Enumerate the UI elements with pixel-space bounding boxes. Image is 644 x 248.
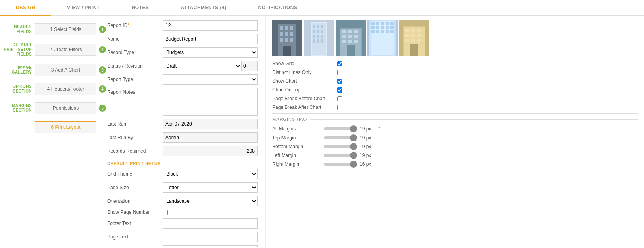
- record-type-row: Record Type Budgets: [107, 47, 258, 58]
- svg-rect-16: [317, 25, 319, 28]
- top-navigation: DESIGN VIEW / PRINT NOTES ATTACHMENTS (4…: [0, 0, 644, 16]
- records-returned-row: Records Returned: [107, 146, 258, 156]
- chart-on-top-row: Chart On Top: [272, 87, 638, 93]
- badge-4: 4: [99, 85, 106, 93]
- badge-2: 2: [99, 46, 106, 53]
- gallery-image-3: [336, 20, 366, 56]
- show-grid-row: Show Grid: [272, 61, 638, 66]
- sidebar-step-headers-footer[interactable]: 4 Headers/Footer: [35, 83, 96, 95]
- svg-rect-5: [280, 32, 283, 36]
- svg-rect-67: [405, 39, 409, 42]
- svg-rect-18: [313, 30, 315, 33]
- svg-rect-10: [290, 38, 293, 42]
- bottom-margin-slider[interactable]: [324, 145, 356, 148]
- sidebar-label-options-section: OPTIONS SECTION: [0, 84, 32, 94]
- records-returned-input: [163, 146, 258, 156]
- chart-on-top-checkbox[interactable]: [337, 87, 342, 93]
- report-id-label: Report ID: [107, 23, 163, 28]
- svg-rect-38: [354, 40, 358, 43]
- page-break-after-row: Page Break After Chart: [272, 105, 638, 110]
- top-margin-slider[interactable]: [324, 136, 356, 140]
- margins-title: MARGINS (PX): [272, 117, 638, 122]
- svg-rect-70: [410, 44, 418, 56]
- tab-view-print[interactable]: VIEW / PRINT: [51, 0, 116, 16]
- svg-rect-43: [371, 22, 375, 25]
- svg-rect-54: [376, 30, 379, 33]
- show-chart-checkbox[interactable]: [337, 79, 342, 84]
- svg-rect-36: [342, 40, 346, 43]
- distinct-lines-checkbox[interactable]: [337, 70, 342, 75]
- page-break-after-label: Page Break After Chart: [272, 105, 336, 110]
- show-chart-label: Show Chart: [272, 78, 336, 84]
- svg-rect-63: [417, 29, 421, 32]
- svg-rect-22: [317, 35, 319, 38]
- gallery-image-5: [399, 20, 429, 56]
- collapse-margins-icon[interactable]: ⌃: [377, 126, 382, 132]
- chart-on-top-label: Chart On Top: [272, 87, 336, 93]
- pdf-password-input[interactable]: [163, 245, 258, 247]
- sidebar-step-select-fields[interactable]: 1 Select Fields: [35, 23, 96, 35]
- svg-rect-39: [347, 45, 355, 56]
- show-page-number-label: Show Page Number: [107, 209, 163, 215]
- svg-rect-61: [405, 29, 409, 32]
- record-type-label: Record Type: [107, 50, 163, 55]
- report-id-input[interactable]: [163, 20, 258, 31]
- name-input[interactable]: [163, 34, 258, 44]
- svg-rect-4: [290, 26, 293, 30]
- svg-rect-23: [321, 35, 323, 38]
- svg-rect-21: [313, 35, 315, 38]
- last-run-input: [163, 119, 258, 129]
- report-notes-input[interactable]: [163, 88, 258, 116]
- show-grid-checkbox[interactable]: [337, 61, 342, 66]
- gallery-image-2: [304, 20, 334, 56]
- svg-rect-26: [321, 39, 323, 43]
- orientation-select[interactable]: Landscape: [163, 196, 258, 206]
- right-margin-slider[interactable]: [324, 163, 356, 166]
- distinct-lines-row: Distinct Lines Only: [272, 70, 638, 75]
- svg-rect-48: [371, 26, 375, 29]
- tab-design[interactable]: DESIGN: [0, 0, 51, 16]
- record-type-select[interactable]: Budgets: [163, 47, 258, 58]
- footer-text-input[interactable]: [163, 218, 258, 229]
- options-section: Show Grid Distinct Lines Only Show Chart…: [272, 61, 638, 110]
- page-break-before-checkbox[interactable]: [337, 96, 342, 101]
- svg-rect-24: [313, 39, 315, 43]
- tab-notes[interactable]: NOTES: [116, 0, 165, 16]
- status-select[interactable]: Draft: [163, 61, 242, 71]
- sidebar-label-default-print: DEFAULT PRINT SETUP FIELDS: [0, 43, 32, 57]
- page-break-after-checkbox[interactable]: [337, 105, 342, 110]
- all-margins-slider[interactable]: [324, 127, 356, 130]
- sidebar-step-permissions[interactable]: Permissions: [35, 102, 96, 114]
- sidebar-step-create-filters[interactable]: 2 Create Filters: [35, 44, 96, 56]
- badge-5: 5: [99, 105, 106, 112]
- svg-rect-68: [411, 39, 415, 42]
- bottom-margin-row: Bottom Margin 19 px: [272, 144, 638, 149]
- left-margin-slider[interactable]: [324, 154, 356, 157]
- status-row: Status / Revision Draft: [107, 61, 258, 71]
- form-panel: Report ID Name Record Type Budgets Statu…: [99, 16, 266, 247]
- page-size-select[interactable]: Letter: [163, 182, 258, 193]
- sidebar-step-print-layout[interactable]: 6 Print Layout: [35, 121, 96, 133]
- svg-rect-31: [348, 30, 352, 33]
- sidebar-step-add-chart[interactable]: 3 Add A Chart: [35, 64, 96, 76]
- grid-theme-select[interactable]: Black: [163, 169, 258, 179]
- tab-attachments[interactable]: ATTACHMENTS (4): [165, 0, 242, 16]
- show-page-number-checkbox[interactable]: [163, 210, 168, 215]
- page-text-input[interactable]: [163, 232, 258, 242]
- svg-rect-9: [285, 38, 288, 42]
- right-panel: Show Grid Distinct Lines Only Show Chart…: [266, 16, 644, 247]
- orientation-row: Orientation Landscape: [107, 196, 258, 206]
- tab-notifications[interactable]: NOTIFICATIONS: [242, 0, 313, 16]
- report-id-row: Report ID: [107, 20, 258, 31]
- svg-rect-62: [411, 29, 415, 32]
- image-gallery: [272, 20, 638, 56]
- svg-rect-66: [417, 34, 421, 37]
- bottom-margin-label: Bottom Margin: [272, 144, 320, 149]
- grid-theme-row: Grid Theme Black: [107, 169, 258, 179]
- report-type-select[interactable]: [163, 74, 258, 85]
- badge-3: 3: [99, 66, 106, 74]
- last-run-by-row: Last Run By: [107, 132, 258, 143]
- svg-rect-20: [321, 30, 323, 33]
- default-print-setup-title: DEFAULT PRINT SETUP: [107, 161, 258, 166]
- revision-input[interactable]: [242, 61, 258, 71]
